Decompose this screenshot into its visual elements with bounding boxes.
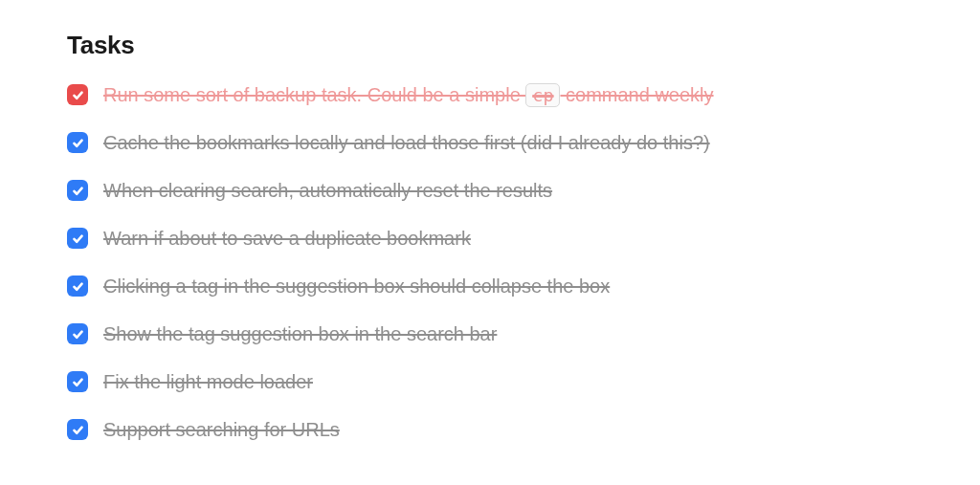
task-checkbox[interactable] bbox=[67, 84, 88, 105]
check-icon bbox=[72, 232, 84, 245]
task-checkbox[interactable] bbox=[67, 276, 88, 297]
check-icon bbox=[72, 328, 84, 341]
task-item: Cache the bookmarks locally and load tho… bbox=[67, 129, 913, 156]
task-text: When clearing search, automatically rese… bbox=[103, 177, 552, 204]
task-text: Clicking a tag in the suggestion box sho… bbox=[103, 273, 610, 299]
task-checkbox[interactable] bbox=[67, 419, 88, 440]
check-icon bbox=[72, 89, 84, 101]
task-item: When clearing search, automatically rese… bbox=[67, 177, 913, 204]
check-icon bbox=[72, 280, 84, 293]
check-icon bbox=[72, 424, 84, 436]
inline-code: cp bbox=[525, 83, 560, 107]
task-text: Warn if about to save a duplicate bookma… bbox=[103, 225, 471, 252]
task-text: Show the tag suggestion box in the searc… bbox=[103, 320, 497, 347]
task-text: Cache the bookmarks locally and load tho… bbox=[103, 129, 710, 156]
task-item: Warn if about to save a duplicate bookma… bbox=[67, 225, 913, 252]
task-item: Run some sort of backup task. Could be a… bbox=[67, 81, 913, 108]
task-item: Clicking a tag in the suggestion box sho… bbox=[67, 273, 913, 299]
check-icon bbox=[72, 376, 84, 388]
task-checkbox[interactable] bbox=[67, 132, 88, 153]
task-item: Fix the light mode loader bbox=[67, 368, 913, 395]
task-text: Support searching for URLs bbox=[103, 416, 340, 443]
task-text: Run some sort of backup task. Could be a… bbox=[103, 81, 714, 108]
task-checkbox[interactable] bbox=[67, 371, 88, 392]
check-icon bbox=[72, 185, 84, 197]
task-checkbox[interactable] bbox=[67, 180, 88, 201]
task-item: Support searching for URLs bbox=[67, 416, 913, 443]
task-text-before: Run some sort of backup task. Could be a… bbox=[103, 84, 525, 105]
task-text: Fix the light mode loader bbox=[103, 368, 313, 395]
task-checkbox[interactable] bbox=[67, 228, 88, 249]
tasks-heading: Tasks bbox=[67, 31, 913, 60]
task-item: Show the tag suggestion box in the searc… bbox=[67, 320, 913, 347]
task-checkbox[interactable] bbox=[67, 323, 88, 344]
check-icon bbox=[72, 137, 84, 149]
task-list: Run some sort of backup task. Could be a… bbox=[67, 81, 913, 443]
task-text-after: command weekly bbox=[560, 84, 713, 105]
